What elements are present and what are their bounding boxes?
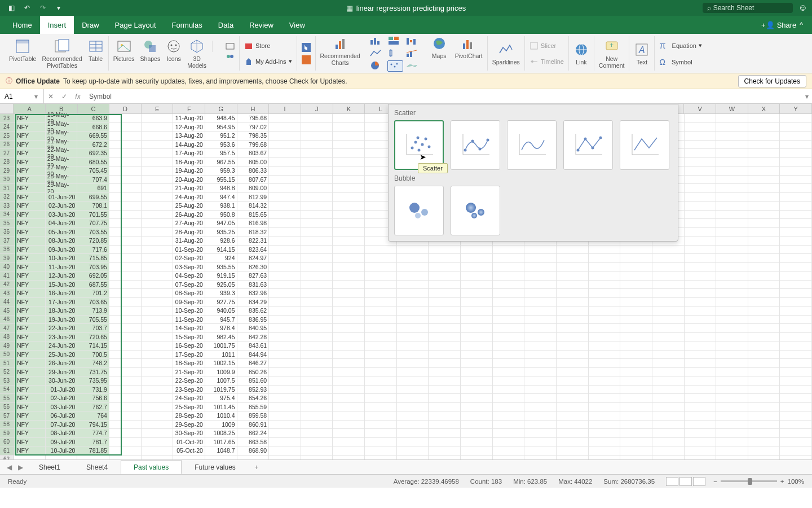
cell[interactable] xyxy=(524,341,557,351)
cell[interactable] xyxy=(589,368,621,377)
cell[interactable] xyxy=(589,254,621,263)
cell[interactable] xyxy=(109,211,142,220)
cell[interactable] xyxy=(780,193,812,202)
cell[interactable] xyxy=(589,324,621,333)
cell[interactable]: 1008.25 xyxy=(205,429,237,438)
cell[interactable] xyxy=(429,386,461,395)
scatter-markers-option[interactable] xyxy=(394,120,444,170)
cell[interactable] xyxy=(397,403,429,412)
cell[interactable]: 18-Aug-20 xyxy=(173,158,205,167)
cell[interactable] xyxy=(685,176,717,185)
cell[interactable] xyxy=(652,341,685,351)
cell[interactable] xyxy=(301,341,333,351)
cell[interactable] xyxy=(780,167,812,176)
cell[interactable] xyxy=(748,368,780,377)
row-header[interactable]: 59 xyxy=(0,429,14,438)
link-button[interactable]: Link xyxy=(576,59,586,65)
cell[interactable] xyxy=(142,184,174,193)
cell[interactable] xyxy=(397,411,429,421)
cell[interactable] xyxy=(493,359,525,368)
cell[interactable] xyxy=(685,149,717,158)
cell[interactable] xyxy=(780,123,812,132)
cell[interactable]: 691 xyxy=(77,184,109,193)
cell[interactable] xyxy=(142,176,174,185)
cell[interactable] xyxy=(493,351,525,360)
cell[interactable]: INFY xyxy=(14,184,46,193)
cell[interactable] xyxy=(780,359,812,368)
table-button[interactable]: Table xyxy=(89,55,103,62)
cell[interactable] xyxy=(780,132,812,141)
cell[interactable] xyxy=(333,193,365,202)
cell[interactable] xyxy=(269,158,301,167)
cell[interactable]: 663.9 xyxy=(77,114,109,123)
cell[interactable] xyxy=(716,193,748,202)
cell[interactable] xyxy=(269,333,301,342)
cell[interactable] xyxy=(142,429,174,438)
cell[interactable] xyxy=(109,158,142,167)
cell[interactable] xyxy=(716,456,748,460)
cell[interactable] xyxy=(142,376,174,386)
cell[interactable] xyxy=(109,394,142,403)
cell[interactable] xyxy=(493,376,525,386)
cell[interactable]: 1019.75 xyxy=(205,386,237,395)
cell[interactable] xyxy=(716,228,748,237)
cell[interactable] xyxy=(397,359,429,368)
cell[interactable] xyxy=(301,316,333,325)
cell[interactable]: INFY xyxy=(14,446,46,456)
cell[interactable] xyxy=(269,193,301,202)
cell[interactable] xyxy=(269,246,301,255)
cell[interactable] xyxy=(524,386,557,395)
cell[interactable] xyxy=(589,316,621,325)
cell[interactable]: 978.4 xyxy=(205,324,237,333)
cell[interactable] xyxy=(716,376,748,386)
row-header[interactable]: 27 xyxy=(0,149,14,158)
cell[interactable]: 832.96 xyxy=(237,289,270,298)
cell[interactable] xyxy=(557,446,589,456)
cell[interactable] xyxy=(301,306,333,316)
cell[interactable]: 953.6 xyxy=(205,141,237,150)
cell[interactable] xyxy=(493,421,525,430)
cell[interactable] xyxy=(109,114,142,123)
cell[interactable] xyxy=(524,351,557,360)
cell[interactable] xyxy=(365,281,397,290)
cell[interactable] xyxy=(429,289,461,298)
cell[interactable] xyxy=(748,228,780,237)
cell[interactable]: 705.55 xyxy=(77,316,109,325)
cell[interactable] xyxy=(142,149,174,158)
cell[interactable]: INFY xyxy=(14,132,46,141)
cell[interactable] xyxy=(333,386,365,395)
cell[interactable] xyxy=(333,184,365,193)
cell[interactable] xyxy=(780,254,812,263)
cell[interactable] xyxy=(685,438,717,447)
cell[interactable] xyxy=(429,368,461,377)
cell[interactable] xyxy=(780,333,812,342)
cell[interactable] xyxy=(109,263,142,272)
cell[interactable] xyxy=(557,421,589,430)
cell[interactable] xyxy=(333,158,365,167)
tab-formulas[interactable]: Formulas xyxy=(164,16,210,34)
cell[interactable] xyxy=(685,211,717,220)
cell[interactable] xyxy=(780,306,812,316)
cell[interactable]: 12-Jun-20 xyxy=(46,271,78,281)
cell[interactable] xyxy=(748,237,780,246)
cell[interactable] xyxy=(269,263,301,272)
row-header[interactable]: 32 xyxy=(0,193,14,202)
cell[interactable]: 672.2 xyxy=(77,141,109,150)
cell[interactable] xyxy=(461,446,493,456)
cell[interactable] xyxy=(589,289,621,298)
cell[interactable] xyxy=(301,246,333,255)
cell[interactable] xyxy=(652,351,685,360)
cell[interactable] xyxy=(333,438,365,447)
cell[interactable] xyxy=(461,351,493,360)
cell[interactable] xyxy=(685,403,717,412)
cell[interactable] xyxy=(620,411,652,421)
cell[interactable] xyxy=(142,306,174,316)
cell[interactable] xyxy=(716,359,748,368)
cell[interactable] xyxy=(109,351,142,360)
cell[interactable] xyxy=(780,446,812,456)
cell[interactable] xyxy=(365,246,397,255)
cell[interactable]: 940.05 xyxy=(205,306,237,316)
cell[interactable] xyxy=(748,263,780,272)
cell[interactable]: INFY xyxy=(14,333,46,342)
cell[interactable] xyxy=(780,149,812,158)
